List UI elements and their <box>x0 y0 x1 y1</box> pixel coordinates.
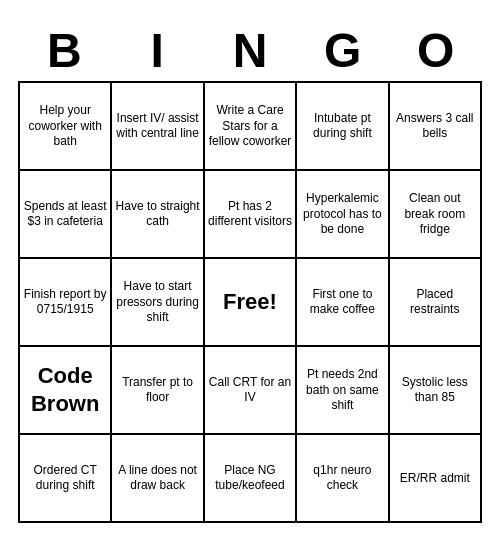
cell-text-r1c3: Write a Care Stars for a fellow coworker <box>208 103 292 150</box>
bingo-cell-r4c4[interactable]: Pt needs 2nd bath on same shift <box>297 347 389 435</box>
cell-text-r5c2: A line does not draw back <box>115 463 199 494</box>
header-o: O <box>389 21 482 82</box>
cell-text-r4c3: Call CRT for an IV <box>208 375 292 406</box>
bingo-cell-r1c5[interactable]: Answers 3 call bells <box>390 83 482 171</box>
cell-text-r2c5: Clean out break room fridge <box>393 191 477 238</box>
bingo-cell-r2c3[interactable]: Pt has 2 different visitors <box>205 171 297 259</box>
cell-text-r2c3: Pt has 2 different visitors <box>208 199 292 230</box>
bingo-cell-r5c5[interactable]: ER/RR admit <box>390 435 482 523</box>
bingo-cell-r2c2[interactable]: Have to straight cath <box>112 171 204 259</box>
bingo-cell-r3c3[interactable]: Free! <box>205 259 297 347</box>
cell-text-r5c5: ER/RR admit <box>400 471 470 487</box>
bingo-cell-r4c5[interactable]: Systolic less than 85 <box>390 347 482 435</box>
bingo-cell-r2c1[interactable]: Spends at least $3 in cafeteria <box>20 171 112 259</box>
cell-text-r2c2: Have to straight cath <box>115 199 199 230</box>
cell-text-r1c5: Answers 3 call bells <box>393 111 477 142</box>
cell-text-r1c2: Insert IV/ assist with central line <box>115 111 199 142</box>
header-n: N <box>204 21 297 82</box>
cell-text-r3c3: Free! <box>223 288 277 317</box>
bingo-cell-r1c3[interactable]: Write a Care Stars for a fellow coworker <box>205 83 297 171</box>
bingo-cell-r2c5[interactable]: Clean out break room fridge <box>390 171 482 259</box>
header-b: B <box>18 21 111 82</box>
bingo-cell-r3c5[interactable]: Placed restraints <box>390 259 482 347</box>
cell-text-r4c4: Pt needs 2nd bath on same shift <box>300 367 384 414</box>
bingo-cell-r3c4[interactable]: First one to make coffee <box>297 259 389 347</box>
bingo-grid: Help your coworker with bathInsert IV/ a… <box>18 81 482 523</box>
bingo-cell-r4c2[interactable]: Transfer pt to floor <box>112 347 204 435</box>
bingo-cell-r1c1[interactable]: Help your coworker with bath <box>20 83 112 171</box>
cell-text-r2c4: Hyperkalemic protocol has to be done <box>300 191 384 238</box>
bingo-card: B I N G O Help your coworker with bathIn… <box>10 13 490 532</box>
bingo-cell-r3c2[interactable]: Have to start pressors during shift <box>112 259 204 347</box>
cell-text-r3c4: First one to make coffee <box>300 287 384 318</box>
bingo-cell-r5c4[interactable]: q1hr neuro check <box>297 435 389 523</box>
header-i: I <box>111 21 204 82</box>
cell-text-r4c5: Systolic less than 85 <box>393 375 477 406</box>
cell-text-r5c3: Place NG tube/keofeed <box>208 463 292 494</box>
cell-text-r4c1: Code Brown <box>23 362 107 419</box>
cell-text-r3c2: Have to start pressors during shift <box>115 279 199 326</box>
bingo-cell-r1c4[interactable]: Intubate pt during shift <box>297 83 389 171</box>
bingo-header: B I N G O <box>18 21 482 82</box>
cell-text-r3c5: Placed restraints <box>393 287 477 318</box>
header-g: G <box>296 21 389 82</box>
bingo-cell-r5c1[interactable]: Ordered CT during shift <box>20 435 112 523</box>
bingo-cell-r1c2[interactable]: Insert IV/ assist with central line <box>112 83 204 171</box>
cell-text-r4c2: Transfer pt to floor <box>115 375 199 406</box>
bingo-cell-r3c1[interactable]: Finish report by 0715/1915 <box>20 259 112 347</box>
bingo-cell-r5c2[interactable]: A line does not draw back <box>112 435 204 523</box>
bingo-cell-r2c4[interactable]: Hyperkalemic protocol has to be done <box>297 171 389 259</box>
cell-text-r2c1: Spends at least $3 in cafeteria <box>23 199 107 230</box>
cell-text-r1c1: Help your coworker with bath <box>23 103 107 150</box>
cell-text-r1c4: Intubate pt during shift <box>300 111 384 142</box>
bingo-cell-r4c1[interactable]: Code Brown <box>20 347 112 435</box>
cell-text-r5c4: q1hr neuro check <box>300 463 384 494</box>
cell-text-r5c1: Ordered CT during shift <box>23 463 107 494</box>
bingo-cell-r5c3[interactable]: Place NG tube/keofeed <box>205 435 297 523</box>
cell-text-r3c1: Finish report by 0715/1915 <box>23 287 107 318</box>
bingo-cell-r4c3[interactable]: Call CRT for an IV <box>205 347 297 435</box>
